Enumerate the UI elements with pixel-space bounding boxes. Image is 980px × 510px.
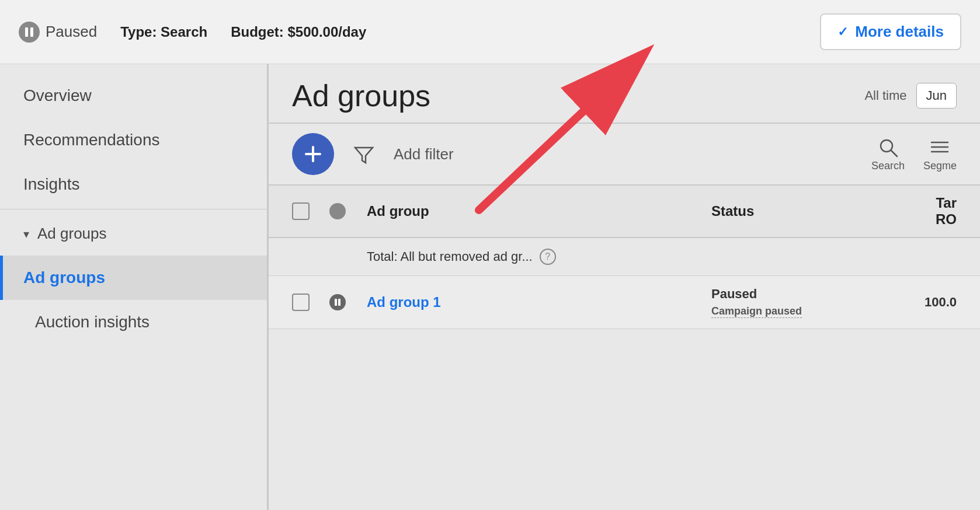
- sidebar-ad-groups-label: Ad groups: [23, 268, 105, 287]
- sidebar-item-insights[interactable]: Insights: [0, 162, 267, 207]
- content-header: Ad groups All time Jun: [269, 64, 980, 124]
- search-button[interactable]: Search: [871, 137, 905, 172]
- sidebar: Overview Recommendations Insights ▾ Ad g…: [0, 64, 269, 510]
- segment-label: Segme: [923, 160, 957, 172]
- header-roas-line1: Tar: [863, 195, 957, 211]
- toolbar-right: Search Segme: [871, 137, 957, 172]
- header-status: Status: [711, 203, 852, 219]
- add-button[interactable]: [292, 133, 334, 175]
- row-status-col: Paused Campaign paused: [711, 287, 852, 318]
- table-header: Ad group Status Tar RO: [269, 186, 980, 238]
- svg-rect-0: [25, 27, 28, 37]
- sidebar-recommendations-label: Recommendations: [23, 131, 159, 149]
- budget-value: $500.00/day: [287, 24, 366, 40]
- total-cell: Total: All but removed ad gr... ?: [367, 249, 700, 265]
- status-primary: Paused: [711, 287, 852, 302]
- filter-button[interactable]: [348, 138, 380, 170]
- table-row: Ad group 1 Paused Campaign paused 100.0: [269, 276, 980, 329]
- svg-marker-4: [355, 148, 373, 163]
- sidebar-auction-insights-label: Auction insights: [35, 313, 150, 331]
- sidebar-item-recommendations[interactable]: Recommendations: [0, 118, 267, 162]
- header-checkbox-col: [292, 202, 318, 220]
- date-range-label: All time: [864, 88, 906, 103]
- row-checkbox[interactable]: [292, 294, 310, 311]
- type-label: Type:: [120, 24, 157, 40]
- total-label: Total: All but removed ad gr...: [367, 249, 533, 264]
- main-layout: Overview Recommendations Insights ▾ Ad g…: [0, 64, 980, 510]
- sidebar-overview-label: Overview: [23, 86, 92, 105]
- top-bar: Paused Type: Search Budget: $500.00/day …: [0, 0, 980, 64]
- svg-rect-1: [30, 27, 33, 37]
- type-value: Search: [161, 24, 207, 40]
- row-roas: 100.0: [863, 295, 957, 310]
- budget-meta: Budget: $500.00/day: [231, 24, 366, 40]
- top-bar-left: Paused Type: Search Budget: $500.00/day: [19, 22, 820, 43]
- toolbar: Add filter Search Segme: [269, 124, 980, 186]
- pause-status-dot: [329, 294, 346, 310]
- sidebar-item-auction-insights[interactable]: Auction insights: [0, 300, 267, 344]
- table-total-row: Total: All but removed ad gr... ?: [269, 238, 980, 276]
- more-details-label: More details: [855, 23, 944, 41]
- sidebar-divider-1: [0, 209, 267, 209]
- header-roas: Tar RO: [863, 195, 957, 228]
- header-roas-line2: RO: [863, 211, 957, 228]
- chevron-down-icon: ✓: [837, 25, 848, 40]
- svg-line-6: [891, 151, 897, 156]
- more-details-button[interactable]: ✓ More details: [820, 13, 961, 50]
- type-meta: Type: Search: [120, 24, 207, 40]
- row-status-dot-col: [329, 294, 355, 310]
- arrow-icon: ▾: [23, 227, 29, 241]
- ad-group-1-link[interactable]: Ad group 1: [367, 294, 441, 310]
- sidebar-item-ad-groups-section[interactable]: ▾ Ad groups: [0, 212, 267, 256]
- header-status-dot-col: [329, 203, 355, 219]
- svg-rect-11: [338, 299, 340, 306]
- date-controls: All time Jun: [864, 83, 957, 109]
- paused-label: Paused: [46, 23, 97, 41]
- page-title: Ad groups: [292, 78, 430, 113]
- sidebar-ad-groups-section-label: Ad groups: [37, 225, 107, 243]
- row-checkbox-col[interactable]: [292, 294, 318, 311]
- header-ad-group: Ad group: [367, 203, 700, 219]
- status-secondary: Campaign paused: [711, 305, 802, 318]
- svg-point-5: [881, 140, 892, 152]
- sidebar-insights-label: Insights: [23, 175, 80, 194]
- date-dropdown[interactable]: Jun: [916, 83, 957, 109]
- select-all-checkbox[interactable]: [292, 202, 310, 220]
- row-name-col: Ad group 1: [367, 294, 700, 310]
- header-status-dot: [329, 203, 346, 219]
- budget-label: Budget:: [231, 24, 284, 40]
- segment-button[interactable]: Segme: [923, 137, 957, 172]
- paused-badge: Paused: [19, 22, 97, 43]
- pause-icon: [19, 22, 40, 43]
- sidebar-item-ad-groups-active[interactable]: Ad groups: [0, 256, 267, 300]
- content-area: Ad groups All time Jun Add filter: [269, 64, 980, 510]
- add-filter-text: Add filter: [394, 145, 454, 163]
- sidebar-item-overview[interactable]: Overview: [0, 74, 267, 118]
- help-icon[interactable]: ?: [540, 249, 556, 265]
- search-label: Search: [871, 160, 905, 172]
- svg-rect-10: [335, 299, 337, 306]
